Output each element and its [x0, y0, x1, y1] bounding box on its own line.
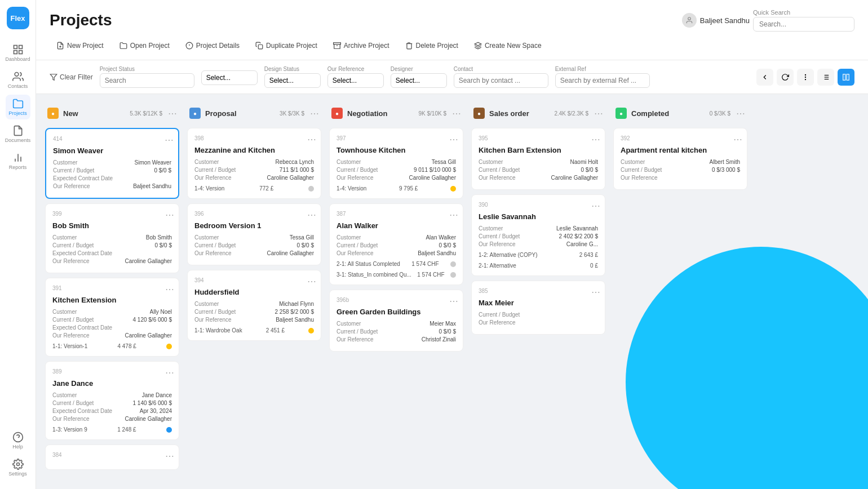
- card-dot: [450, 186, 456, 192]
- card-amount: 2 451 £: [266, 327, 285, 334]
- card-more-button[interactable]: ⋯: [165, 210, 174, 220]
- card-stub[interactable]: 384⋯: [45, 444, 179, 470]
- card-field-budget: Current / Budget 9 011 $/10 000 $: [336, 167, 456, 173]
- card-more-button[interactable]: ⋯: [307, 276, 316, 287]
- ref-label: Our Reference: [52, 258, 90, 264]
- card[interactable]: 396 ⋯ Bedroom Version 1 Customer Tessa G…: [187, 203, 321, 265]
- card-header: 398 ⋯: [194, 135, 314, 141]
- delete-project-button[interactable]: Delete Project: [398, 38, 465, 53]
- card-more-button[interactable]: ⋯: [307, 134, 316, 145]
- duplicate-project-button[interactable]: Duplicate Project: [249, 38, 324, 53]
- ref-value: Caroline Gallagher: [125, 416, 172, 422]
- card-version-label: 2-1: Alternative: [479, 263, 516, 269]
- card[interactable]: 397 ⋯ Townhouse Kitchen Customer Tessa G…: [329, 128, 463, 199]
- card-more-button[interactable]: ⋯: [449, 134, 458, 145]
- column-more-salesorder[interactable]: ⋯: [593, 108, 604, 119]
- new-project-button[interactable]: New Project: [50, 38, 110, 53]
- card[interactable]: 414 ⋯ Simon Weaver Customer Simon Weaver…: [45, 128, 179, 199]
- card[interactable]: 399 ⋯ Bob Smith Customer Bob Smith Curre…: [45, 203, 179, 273]
- our-reference-select[interactable]: Select...: [327, 73, 384, 88]
- delete-icon: [405, 42, 413, 50]
- open-project-button[interactable]: Open Project: [113, 38, 176, 53]
- board-view-button[interactable]: [838, 69, 854, 86]
- column-more-new[interactable]: ⋯: [167, 108, 178, 119]
- ref-label: Our Reference: [479, 241, 516, 247]
- card[interactable]: 387 ⋯ Alan Walker Customer Alan Walker C…: [329, 203, 463, 285]
- card-field-ref: Our Reference Caroline Gallagher: [52, 332, 172, 339]
- card-version: 1-1: Version-1: [52, 343, 87, 349]
- sidebar-item-contacts[interactable]: Contacts: [6, 68, 30, 92]
- card-version-amount: 2 643 £: [579, 252, 598, 258]
- card-more-button[interactable]: ⋯: [165, 284, 174, 295]
- app-logo[interactable]: Flex: [7, 7, 29, 29]
- svg-rect-3: [19, 51, 22, 54]
- ref-value: Caroline Gallagher: [267, 250, 314, 256]
- budget-value: 0 $/0 $: [439, 242, 456, 248]
- archive-project-button[interactable]: Archive Project: [326, 38, 396, 53]
- card[interactable]: 395 ⋯ Kitchen Barn Extension Customer Na…: [471, 128, 605, 190]
- sidebar-item-documents[interactable]: Documents: [6, 122, 30, 146]
- refresh-button[interactable]: [777, 69, 794, 86]
- project-details-button[interactable]: Project Details: [179, 38, 246, 53]
- card-more-button[interactable]: ⋯: [307, 210, 316, 220]
- card-footer: 1-4: Version 772 £: [194, 185, 314, 192]
- card-field-contract-date: Expected Contract Date Apr 30, 2024: [52, 408, 172, 414]
- sidebar-item-help[interactable]: Help: [6, 428, 30, 453]
- column-completed: ● Completed 0 $/3K $ ⋯ 392 ⋯ Apartment r…: [613, 103, 749, 480]
- card-header: 396 ⋯: [194, 211, 314, 217]
- column-title-completed: Completed: [631, 109, 705, 118]
- design-status-select[interactable]: Select...: [264, 73, 321, 88]
- sidebar-item-reports[interactable]: Reports: [6, 149, 30, 174]
- ref-value: Baljeet Sandhu: [418, 250, 456, 256]
- card-amount: 9 795 £: [399, 185, 418, 192]
- sidebar-item-settings[interactable]: Settings: [6, 455, 30, 480]
- budget-label: Current / Budget: [336, 242, 378, 248]
- customer-value: Rebecca Lynch: [275, 159, 314, 165]
- column-more-completed[interactable]: ⋯: [735, 108, 746, 119]
- sidebar-item-projects[interactable]: Projects: [6, 95, 30, 119]
- column-more-negotiation[interactable]: ⋯: [451, 108, 462, 119]
- budget-label: Current / Budget: [52, 400, 94, 406]
- budget-label: Current / Budget: [194, 309, 236, 315]
- ref-label: Our Reference: [479, 175, 516, 181]
- card-version-row: 3-1: Status_In combined Qu... 1 574 CHF: [336, 272, 456, 278]
- card[interactable]: 385 ⋯ Max Meier Current / Budget Our Ref…: [471, 281, 605, 335]
- more-options-button[interactable]: [797, 69, 814, 86]
- card-dot: [450, 272, 456, 278]
- customer-value: Jane Dance: [142, 392, 172, 398]
- card[interactable]: 396b ⋯ Green Garden Buildings Customer M…: [329, 290, 463, 352]
- card[interactable]: 398 ⋯ Mezzanine and Kitchen Customer Reb…: [187, 128, 321, 199]
- card-field-budget: Current / Budget 2 258 $/2 000 $: [194, 309, 314, 315]
- project-status-input[interactable]: [100, 73, 194, 88]
- quick-search-input[interactable]: [753, 17, 854, 32]
- create-new-space-button[interactable]: Create New Space: [467, 38, 548, 53]
- card-more-button[interactable]: ⋯: [165, 135, 174, 145]
- clear-filter-button[interactable]: Clear Filter: [50, 73, 93, 81]
- card[interactable]: 389 ⋯ Jane Dance Customer Jane Dance Cur…: [45, 361, 179, 440]
- external-ref-input[interactable]: [555, 73, 650, 88]
- column-more-proposal[interactable]: ⋯: [309, 108, 320, 119]
- contract-date-label: Expected Contract Date: [53, 175, 113, 181]
- project-status-select[interactable]: Select...: [201, 70, 258, 85]
- card-more-button[interactable]: ⋯: [733, 134, 742, 145]
- card[interactable]: 394 ⋯ Huddersfield Customer Michael Flyn…: [187, 270, 321, 341]
- card-more-button[interactable]: ⋯: [165, 367, 174, 378]
- card-header: 399 ⋯: [52, 211, 172, 217]
- contact-input[interactable]: [454, 73, 548, 88]
- card-more-button[interactable]: ⋯: [449, 210, 458, 220]
- card-more-button[interactable]: ⋯: [591, 201, 600, 211]
- budget-label: Current / Budget: [194, 167, 236, 173]
- card[interactable]: 391 ⋯ Kitchen Extension Customer Ally No…: [45, 278, 179, 357]
- card[interactable]: 390 ⋯ Leslie Savannah Customer Leslie Sa…: [471, 194, 605, 276]
- designer-select[interactable]: Select...: [391, 73, 447, 88]
- card-more-button[interactable]: ⋯: [591, 287, 600, 297]
- sidebar-item-dashboard[interactable]: Dashboard: [6, 41, 30, 65]
- ref-value: Caroline Gallagher: [125, 332, 172, 339]
- card-more-button[interactable]: ⋯: [591, 134, 600, 145]
- list-view-button[interactable]: [817, 69, 834, 86]
- prev-button[interactable]: [756, 69, 773, 86]
- app-logo-text: Flex: [10, 14, 25, 23]
- card-more-button[interactable]: ⋯: [449, 296, 458, 306]
- card-more[interactable]: ⋯: [165, 451, 174, 461]
- card[interactable]: 392 ⋯ Apartment rental kitchen Customer …: [613, 128, 747, 190]
